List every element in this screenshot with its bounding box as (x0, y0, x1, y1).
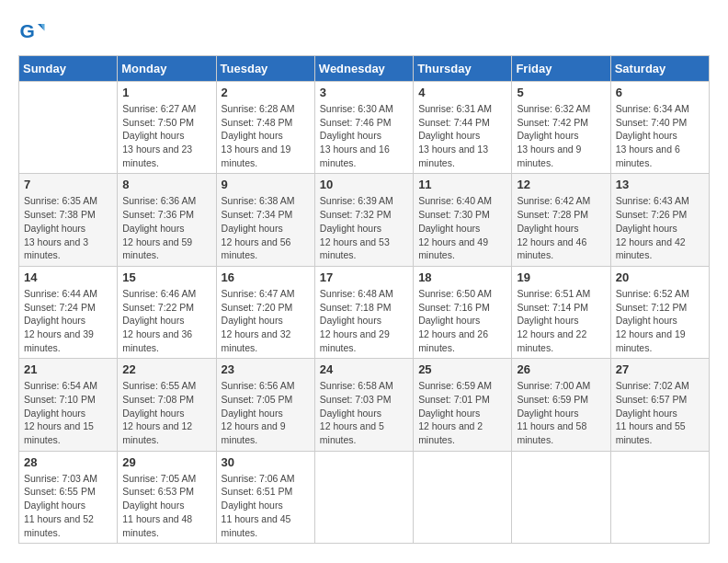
day-info: Sunrise: 6:55 AM Sunset: 7:08 PM Dayligh… (122, 379, 210, 446)
day-info: Sunrise: 6:30 AM Sunset: 7:46 PM Dayligh… (320, 102, 408, 169)
weekday-header-friday: Friday (512, 56, 610, 82)
weekday-header-saturday: Saturday (610, 56, 709, 82)
day-info: Sunrise: 7:02 AM Sunset: 6:57 PM Dayligh… (616, 379, 704, 446)
day-info: Sunrise: 6:40 AM Sunset: 7:30 PM Dayligh… (418, 194, 506, 261)
day-info: Sunrise: 6:54 AM Sunset: 7:10 PM Dayligh… (24, 379, 112, 446)
day-number: 2 (222, 86, 310, 99)
day-number: 16 (222, 270, 310, 284)
calendar-cell: 16 Sunrise: 6:47 AM Sunset: 7:20 PM Dayl… (216, 266, 314, 358)
calendar-week-row: 21 Sunrise: 6:54 AM Sunset: 7:10 PM Dayl… (19, 359, 710, 451)
day-info: Sunrise: 7:00 AM Sunset: 6:59 PM Dayligh… (517, 379, 605, 446)
calendar-cell: 12 Sunrise: 6:42 AM Sunset: 7:28 PM Dayl… (512, 174, 610, 266)
day-info: Sunrise: 6:46 AM Sunset: 7:22 PM Dayligh… (122, 287, 210, 354)
calendar-cell: 18 Sunrise: 6:50 AM Sunset: 7:16 PM Dayl… (414, 266, 512, 358)
day-number: 15 (122, 270, 210, 284)
day-number: 26 (517, 362, 605, 376)
calendar-cell: 15 Sunrise: 6:46 AM Sunset: 7:22 PM Dayl… (118, 266, 216, 358)
calendar-cell: 28 Sunrise: 7:03 AM Sunset: 6:55 PM Dayl… (19, 451, 118, 543)
day-info: Sunrise: 6:48 AM Sunset: 7:18 PM Dayligh… (320, 287, 408, 354)
day-info: Sunrise: 6:31 AM Sunset: 7:44 PM Dayligh… (418, 102, 506, 169)
day-number: 14 (24, 270, 112, 284)
page-header: G (18, 18, 710, 46)
day-number: 24 (320, 362, 408, 376)
calendar-cell: 20 Sunrise: 6:52 AM Sunset: 7:12 PM Dayl… (610, 266, 709, 358)
day-number: 12 (517, 178, 605, 191)
day-info: Sunrise: 6:39 AM Sunset: 7:32 PM Dayligh… (320, 194, 408, 261)
calendar-cell (314, 451, 413, 543)
day-number: 6 (616, 86, 704, 99)
svg-text:G: G (20, 20, 35, 41)
calendar-cell: 7 Sunrise: 6:35 AM Sunset: 7:38 PM Dayli… (19, 174, 118, 266)
calendar-body: 1 Sunrise: 6:27 AM Sunset: 7:50 PM Dayli… (19, 82, 710, 544)
day-info: Sunrise: 6:43 AM Sunset: 7:26 PM Dayligh… (616, 194, 704, 261)
calendar-cell: 8 Sunrise: 6:36 AM Sunset: 7:36 PM Dayli… (118, 174, 216, 266)
calendar-cell (610, 451, 709, 543)
calendar-cell: 1 Sunrise: 6:27 AM Sunset: 7:50 PM Dayli… (118, 82, 216, 174)
calendar-cell: 30 Sunrise: 7:06 AM Sunset: 6:51 PM Dayl… (216, 451, 314, 543)
calendar-cell: 5 Sunrise: 6:32 AM Sunset: 7:42 PM Dayli… (512, 82, 610, 174)
calendar-cell: 6 Sunrise: 6:34 AM Sunset: 7:40 PM Dayli… (610, 82, 709, 174)
day-info: Sunrise: 6:38 AM Sunset: 7:34 PM Dayligh… (222, 194, 310, 261)
calendar-cell: 24 Sunrise: 6:58 AM Sunset: 7:03 PM Dayl… (314, 359, 413, 451)
calendar-table: SundayMondayTuesdayWednesdayThursdayFrid… (18, 55, 710, 544)
calendar-cell: 22 Sunrise: 6:55 AM Sunset: 7:08 PM Dayl… (118, 359, 216, 451)
day-number: 29 (122, 455, 210, 469)
weekday-header-row: SundayMondayTuesdayWednesdayThursdayFrid… (19, 56, 710, 82)
calendar-cell: 27 Sunrise: 7:02 AM Sunset: 6:57 PM Dayl… (610, 359, 709, 451)
calendar-cell (512, 451, 610, 543)
day-info: Sunrise: 6:44 AM Sunset: 7:24 PM Dayligh… (24, 287, 112, 354)
day-info: Sunrise: 7:06 AM Sunset: 6:51 PM Dayligh… (222, 472, 310, 539)
day-info: Sunrise: 6:51 AM Sunset: 7:14 PM Dayligh… (517, 287, 605, 354)
calendar-week-row: 14 Sunrise: 6:44 AM Sunset: 7:24 PM Dayl… (19, 266, 710, 358)
day-info: Sunrise: 6:27 AM Sunset: 7:50 PM Dayligh… (122, 102, 210, 169)
day-info: Sunrise: 6:47 AM Sunset: 7:20 PM Dayligh… (222, 287, 310, 354)
calendar-cell (414, 451, 512, 543)
day-number: 28 (24, 455, 112, 469)
calendar-header: SundayMondayTuesdayWednesdayThursdayFrid… (19, 56, 710, 82)
day-number: 30 (222, 455, 310, 469)
logo-icon: G (18, 18, 46, 46)
day-number: 17 (320, 270, 408, 284)
weekday-header-sunday: Sunday (19, 56, 118, 82)
day-info: Sunrise: 6:42 AM Sunset: 7:28 PM Dayligh… (517, 194, 605, 261)
day-info: Sunrise: 7:05 AM Sunset: 6:53 PM Dayligh… (122, 472, 210, 539)
calendar-cell: 13 Sunrise: 6:43 AM Sunset: 7:26 PM Dayl… (610, 174, 709, 266)
day-number: 18 (418, 270, 506, 284)
day-number: 9 (222, 178, 310, 191)
calendar-cell: 9 Sunrise: 6:38 AM Sunset: 7:34 PM Dayli… (216, 174, 314, 266)
day-number: 7 (24, 178, 112, 191)
day-info: Sunrise: 6:56 AM Sunset: 7:05 PM Dayligh… (222, 379, 310, 446)
day-info: Sunrise: 6:50 AM Sunset: 7:16 PM Dayligh… (418, 287, 506, 354)
day-number: 27 (616, 362, 704, 376)
calendar-cell: 2 Sunrise: 6:28 AM Sunset: 7:48 PM Dayli… (216, 82, 314, 174)
calendar-cell: 29 Sunrise: 7:05 AM Sunset: 6:53 PM Dayl… (118, 451, 216, 543)
calendar-week-row: 28 Sunrise: 7:03 AM Sunset: 6:55 PM Dayl… (19, 451, 710, 543)
day-number: 21 (24, 362, 112, 376)
day-info: Sunrise: 6:59 AM Sunset: 7:01 PM Dayligh… (418, 379, 506, 446)
day-number: 5 (517, 86, 605, 99)
calendar-week-row: 7 Sunrise: 6:35 AM Sunset: 7:38 PM Dayli… (19, 174, 710, 266)
calendar-week-row: 1 Sunrise: 6:27 AM Sunset: 7:50 PM Dayli… (19, 82, 710, 174)
calendar-cell: 17 Sunrise: 6:48 AM Sunset: 7:18 PM Dayl… (314, 266, 413, 358)
day-info: Sunrise: 6:28 AM Sunset: 7:48 PM Dayligh… (222, 102, 310, 169)
calendar-cell: 25 Sunrise: 6:59 AM Sunset: 7:01 PM Dayl… (414, 359, 512, 451)
day-info: Sunrise: 6:52 AM Sunset: 7:12 PM Dayligh… (616, 287, 704, 354)
calendar-cell: 19 Sunrise: 6:51 AM Sunset: 7:14 PM Dayl… (512, 266, 610, 358)
calendar-cell: 23 Sunrise: 6:56 AM Sunset: 7:05 PM Dayl… (216, 359, 314, 451)
day-info: Sunrise: 6:36 AM Sunset: 7:36 PM Dayligh… (122, 194, 210, 261)
weekday-header-wednesday: Wednesday (314, 56, 413, 82)
day-number: 25 (418, 362, 506, 376)
day-info: Sunrise: 6:35 AM Sunset: 7:38 PM Dayligh… (24, 194, 112, 261)
day-number: 1 (122, 86, 210, 99)
day-number: 19 (517, 270, 605, 284)
day-number: 23 (222, 362, 310, 376)
logo: G (18, 18, 48, 46)
weekday-header-monday: Monday (118, 56, 216, 82)
day-number: 3 (320, 86, 408, 99)
calendar-cell: 4 Sunrise: 6:31 AM Sunset: 7:44 PM Dayli… (414, 82, 512, 174)
weekday-header-tuesday: Tuesday (216, 56, 314, 82)
day-number: 4 (418, 86, 506, 99)
day-number: 20 (616, 270, 704, 284)
day-info: Sunrise: 6:32 AM Sunset: 7:42 PM Dayligh… (517, 102, 605, 169)
calendar-cell: 3 Sunrise: 6:30 AM Sunset: 7:46 PM Dayli… (314, 82, 413, 174)
